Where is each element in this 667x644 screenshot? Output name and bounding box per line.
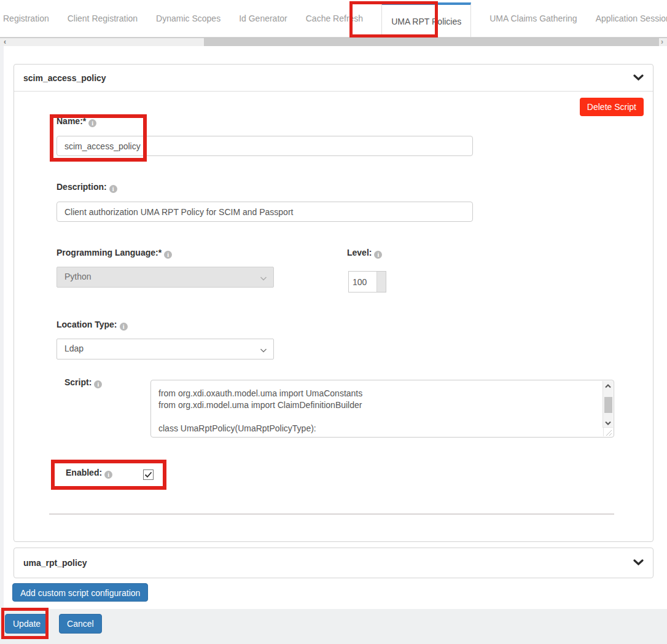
info-icon: i [109,185,117,193]
name-input[interactable] [57,136,473,156]
tab-dynamic-scopes[interactable]: Dynamic Scopes [156,14,220,23]
tab-cache-refresh[interactable]: Cache Refresh [306,14,363,23]
collapsed-panel-title: uma_rpt_policy [23,558,87,568]
script-panel-title: scim_access_policy [23,73,106,83]
add-custom-script-button[interactable]: Add custom script configuration [12,583,148,602]
location-type-label: Location Type:i [57,320,128,331]
info-icon: i [120,323,128,331]
tab-application-session[interactable]: Application Session [596,14,667,23]
scroll-up-icon[interactable] [603,381,613,391]
resize-grip[interactable] [603,427,613,436]
left-gutter [0,46,4,608]
location-type-select[interactable]: Ldap [57,339,274,359]
tab-scrollbar-thumb[interactable] [204,38,659,46]
chevron-down-icon [633,73,644,83]
update-button[interactable]: Update [5,614,49,634]
info-icon: i [94,380,102,388]
script-panel-body: Delete Script Name:*i Description:i Prog… [14,92,653,541]
chevron-down-icon [633,558,644,568]
footer-bar: Update Cancel [0,609,667,644]
info-icon: i [164,251,172,259]
cancel-button[interactable]: Cancel [59,614,102,634]
script-scrollbar-thumb[interactable] [604,397,612,413]
tab-client-registration[interactable]: Client Registration [68,14,138,23]
tab-uma-claims-gathering[interactable]: UMA Claims Gathering [490,14,577,23]
chevron-down-icon [260,273,267,283]
script-panel-header[interactable]: scim_access_policy [14,65,653,92]
programming-language-select: Python [57,267,274,288]
script-label: Script:i [64,377,102,388]
tab-scrollbar[interactable]: ‹ › [0,37,667,46]
info-icon: i [374,251,382,259]
tab-bar: Registration Client Registration Dynamic… [0,0,667,37]
delete-script-button[interactable]: Delete Script [580,98,644,116]
script-scrollbar[interactable] [603,381,613,428]
tab-id-generator[interactable]: Id Generator [239,14,287,23]
script-panel: scim_access_policy Delete Script Name:*i… [14,64,653,542]
level-label: Level:i [347,248,382,259]
enabled-checkbox[interactable] [143,469,154,480]
info-icon: i [88,119,96,127]
description-input[interactable] [57,202,473,222]
level-stepper[interactable] [376,272,386,292]
script-textarea[interactable]: from org.xdi.oxauth.model.uma import Uma… [151,380,603,437]
script-editor: from org.xdi.oxauth.model.uma import Uma… [150,380,614,438]
chevron-down-icon [260,345,267,355]
collapsed-panel-header[interactable]: uma_rpt_policy [14,548,653,578]
programming-language-label: Programming Language:*i [57,248,172,259]
scroll-right-icon[interactable]: › [658,38,666,46]
name-label: Name:*i [57,116,96,127]
tab-registration[interactable]: Registration [3,14,49,23]
section-divider [49,514,614,514]
info-icon: i [104,471,112,479]
scroll-left-icon[interactable]: ‹ [1,38,9,46]
enabled-label: Enabled:i [66,468,112,479]
collapsed-panel: uma_rpt_policy [14,548,653,578]
description-label: Description:i [57,182,117,193]
scroll-down-icon[interactable] [603,418,613,428]
level-spinner [348,271,386,293]
tab-uma-rpt-policies[interactable]: UMA RPT Policies [381,2,471,37]
